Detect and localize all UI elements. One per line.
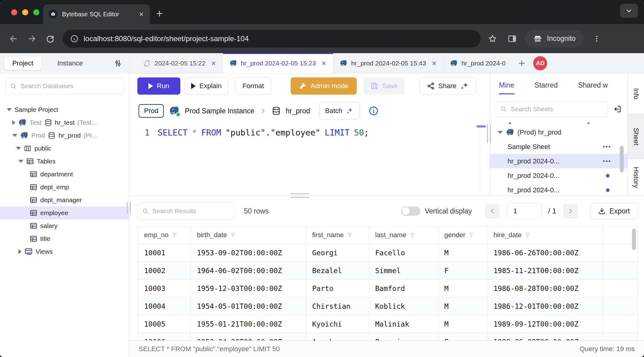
- sheet-group-hr-prod[interactable]: (Prod) hr_prod: [490, 125, 627, 139]
- next-page-button[interactable]: [563, 204, 578, 218]
- column-header[interactable]: gender: [438, 226, 487, 244]
- table-row[interactable]: 100011953-09-02T00:00:00ZGeorgiFacelloM1…: [138, 244, 637, 262]
- caret-right-icon[interactable]: [12, 120, 15, 125]
- tree-item-project[interactable]: Sample Project: [0, 103, 129, 116]
- window-zoom-button[interactable]: [33, 9, 39, 15]
- sort-icon[interactable]: [525, 232, 531, 238]
- tree-item-hr-test[interactable]: Test hr_test (Test...: [0, 116, 129, 129]
- tree-item-views[interactable]: Views: [0, 245, 129, 258]
- sheet-item-sample-sheet[interactable]: Sample Sheet: [490, 139, 627, 154]
- cell[interactable]: Bamford: [369, 280, 438, 297]
- cell[interactable]: 1959-12-03T00:00:00Z: [191, 280, 306, 297]
- tab-history[interactable]: History: [628, 159, 644, 196]
- window-minimize-button[interactable]: [22, 9, 28, 15]
- tree-item-table-employee-selected[interactable]: employee: [0, 206, 129, 219]
- cell[interactable]: Facello: [369, 244, 438, 262]
- cell[interactable]: 1954-05-01T00:00:00Z: [191, 297, 306, 315]
- cell[interactable]: 10005: [138, 315, 191, 333]
- database-search-input[interactable]: [20, 82, 119, 90]
- cell[interactable]: F: [438, 262, 487, 280]
- import-sheet-icon[interactable]: [613, 104, 622, 114]
- editor-tab-4[interactable]: hr_prod 2024-0: [444, 53, 512, 73]
- explain-button[interactable]: Explain: [184, 77, 229, 95]
- table-row[interactable]: 100021964-06-02T00:00:00ZBezalelSimmelF1…: [138, 262, 637, 280]
- more-menu-icon[interactable]: [603, 146, 610, 147]
- tree-item-table-salary[interactable]: salary: [0, 219, 129, 232]
- clipped-sheet-item[interactable]: [490, 121, 627, 125]
- results-search[interactable]: [138, 202, 235, 220]
- window-chevron-button[interactable]: [620, 4, 638, 18]
- close-tab-icon[interactable]: [210, 60, 217, 66]
- site-info-icon[interactable]: [70, 34, 79, 43]
- admin-mode-button[interactable]: Admin mode: [291, 77, 357, 95]
- table-row[interactable]: 100031959-12-03T00:00:00ZPartoBamfordM19…: [138, 280, 637, 297]
- close-tab-icon[interactable]: [431, 60, 437, 66]
- cell[interactable]: Preusig: [369, 333, 438, 340]
- tab-project[interactable]: Project: [4, 57, 41, 70]
- cell[interactable]: 1985-11-21T00:00:00Z: [487, 262, 603, 280]
- tab-shared[interactable]: Shared w: [578, 81, 608, 89]
- cell[interactable]: 1989-06-02T00:00:00Z: [487, 333, 603, 340]
- column-header[interactable]: first_name: [306, 226, 369, 244]
- browser-tab[interactable]: Bytebase SQL Editor: [43, 4, 150, 24]
- caret-down-icon[interactable]: [498, 131, 503, 134]
- editor-tab-2-active[interactable]: hr_prod 2024-02-05 15:23: [223, 53, 333, 73]
- cell[interactable]: M: [438, 315, 487, 333]
- panel-resize-handle[interactable]: [487, 124, 491, 143]
- cell[interactable]: 10004: [138, 297, 191, 315]
- connection-info-icon[interactable]: [368, 106, 379, 116]
- results-scrollbar[interactable]: [632, 229, 636, 250]
- cell[interactable]: Anneke: [306, 333, 369, 340]
- cell[interactable]: M: [438, 280, 487, 297]
- cell[interactable]: 1955-01-21T00:00:00Z: [191, 315, 306, 333]
- filter-sliders-icon[interactable]: [114, 59, 122, 68]
- sheet-search[interactable]: [496, 101, 608, 117]
- export-button[interactable]: Export: [590, 203, 638, 219]
- tree-item-table-department[interactable]: department: [0, 168, 129, 181]
- tree-item-tables[interactable]: Tables: [0, 155, 129, 168]
- sheet-search-input[interactable]: [510, 105, 603, 113]
- cell[interactable]: 1986-08-28T00:00:00Z: [487, 280, 603, 297]
- prev-page-button[interactable]: [485, 204, 500, 218]
- instance-name[interactable]: Prod Sample Instance: [185, 107, 254, 115]
- tab-mine[interactable]: Mine: [499, 81, 514, 89]
- cell[interactable]: 10003: [138, 280, 191, 297]
- tree-item-hr-prod[interactable]: Prod hr_prod (Pr...: [0, 129, 129, 142]
- cell[interactable]: 1964-06-02T00:00:00Z: [191, 262, 306, 280]
- editor-tab-1[interactable]: 2024-02-05 15:22: [137, 53, 223, 73]
- cell[interactable]: Bezalel: [306, 262, 369, 280]
- column-header[interactable]: hire_date: [487, 226, 603, 244]
- sort-icon[interactable]: [230, 232, 236, 238]
- forward-icon[interactable]: [27, 34, 37, 44]
- close-tab-icon[interactable]: [321, 60, 327, 66]
- tab-instance[interactable]: Instance: [55, 59, 84, 68]
- table-row[interactable]: 100051955-01-21T00:00:00ZKyoichiMaliniak…: [138, 315, 637, 333]
- cell[interactable]: Parto: [306, 280, 369, 297]
- database-name[interactable]: hr_prod: [286, 107, 310, 115]
- cell[interactable]: Chirstian: [306, 297, 369, 315]
- editor-tab-3[interactable]: hr_prod 2024-02-05 15:43: [333, 53, 444, 73]
- vertical-display-toggle[interactable]: [401, 206, 420, 216]
- sort-icon[interactable]: [347, 232, 353, 238]
- new-browser-tab-button[interactable]: [155, 9, 164, 18]
- page-number-input[interactable]: [507, 203, 541, 219]
- cell[interactable]: 10001: [138, 244, 191, 262]
- sql-editor[interactable]: 1 SELECT * FROM "public"."employee" LIMI…: [129, 124, 489, 196]
- cell[interactable]: 10002: [138, 262, 191, 280]
- environment-chip[interactable]: Prod: [139, 104, 164, 118]
- cell[interactable]: Kyoichi: [306, 315, 369, 333]
- address-bar[interactable]: localhost:8080/sql-editor/sheet/project-…: [63, 30, 481, 48]
- cell[interactable]: Simmel: [369, 262, 438, 280]
- cell[interactable]: 1953-09-02T00:00:00Z: [191, 244, 306, 262]
- sort-icon[interactable]: [410, 232, 416, 238]
- add-sheet-tab-button[interactable]: [517, 59, 526, 68]
- batch-button[interactable]: Batch: [319, 102, 360, 120]
- cell[interactable]: 10006: [138, 333, 191, 340]
- more-menu-icon[interactable]: [603, 160, 610, 162]
- reload-icon[interactable]: [45, 34, 55, 43]
- cell[interactable]: F: [438, 333, 487, 340]
- results-resize-handle[interactable]: [291, 194, 309, 198]
- sort-icon[interactable]: [172, 232, 178, 238]
- tab-sheet[interactable]: Sheet: [628, 114, 644, 159]
- sheet-item[interactable]: hr_prod 2024-0...: [490, 183, 627, 196]
